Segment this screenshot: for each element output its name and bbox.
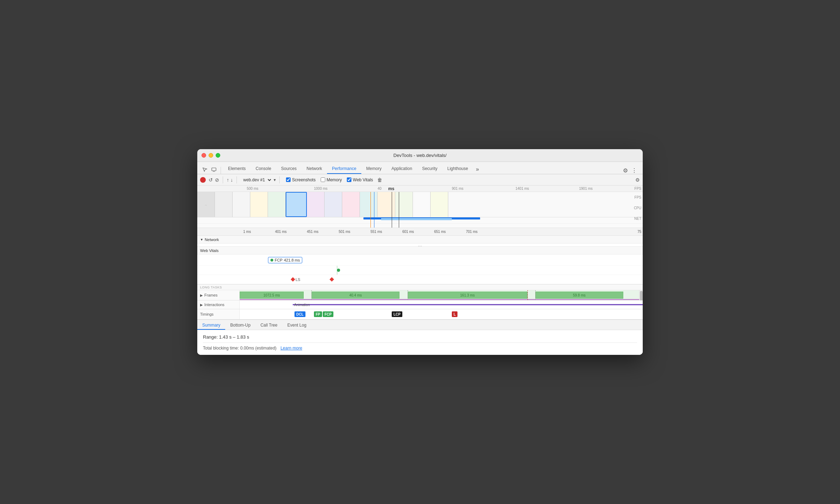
red-dashed-vline — [527, 290, 528, 300]
tab-summary[interactable]: Summary — [197, 321, 225, 330]
blocking-time-info: Total blocking time: 0.00ms (estimated) … — [203, 346, 637, 351]
more-menu-icon[interactable]: ⋮ — [631, 167, 637, 174]
capture-settings-icon[interactable]: ⚙ — [635, 177, 640, 183]
frame-bar-3[interactable]: 161.3 ms — [408, 292, 527, 299]
summary-divider — [203, 342, 637, 343]
cpu-label: CPU — [634, 206, 641, 210]
lcp-vline — [337, 266, 337, 275]
time-401ms: 401 ms — [275, 230, 287, 234]
tab-call-tree[interactable]: Call Tree — [256, 321, 282, 330]
settings-icon[interactable]: ⚙ — [623, 167, 628, 174]
web-vitals-checkbox[interactable] — [347, 177, 351, 182]
screenshots-checkbox-label[interactable]: Screenshots — [286, 177, 316, 182]
tab-memory[interactable]: Memory — [361, 164, 386, 174]
fcp-row[interactable]: FCP 421.8 ms — [197, 254, 643, 266]
dashed-vline-1 — [311, 290, 312, 300]
network-section-label: Network — [205, 238, 219, 242]
vline-orange-1 — [371, 192, 371, 228]
time-701ms: 701 ms — [466, 230, 478, 234]
ls-diamond-2 — [329, 277, 334, 282]
perf-sep-1 — [223, 176, 223, 183]
frames-row-container: ▶ Frames 1072.5 ms 40.4 ms 161.3 ms — [197, 290, 643, 300]
learn-more-link[interactable]: Learn more — [280, 346, 302, 351]
memory-checkbox-label[interactable]: Memory — [321, 177, 342, 182]
lcp-row[interactable] — [197, 266, 643, 275]
upload-icon[interactable]: ↑ — [227, 177, 229, 183]
dashed-vline-2 — [408, 290, 408, 300]
reload-record-button[interactable]: ↺ — [209, 177, 213, 183]
summary-panel: Range: 1.43 s – 1.83 s Total blocking ti… — [197, 330, 643, 355]
tab-event-log[interactable]: Event Log — [282, 321, 311, 330]
frame-bar-1[interactable]: 1072.5 ms — [240, 292, 304, 299]
ruler-1000ms: 1000 ms — [314, 187, 327, 191]
maximize-button[interactable] — [216, 153, 220, 158]
ruler-40ms: 40 — [378, 187, 381, 191]
frames-scrollbar[interactable] — [639, 290, 643, 300]
close-button[interactable] — [202, 153, 206, 158]
web-vitals-rows: FCP 421.8 ms LS — [197, 254, 643, 284]
tab-sources[interactable]: Sources — [276, 164, 302, 174]
ruler-fps: FPS — [635, 187, 641, 191]
timings-row-container: Timings DCL FP FCP LCP — [197, 309, 643, 320]
frames-section-label: Frames — [204, 293, 217, 297]
minimize-button[interactable] — [209, 153, 213, 158]
tab-lighthouse[interactable]: Lighthouse — [442, 164, 473, 174]
frames-label[interactable]: ▶ Frames — [197, 290, 240, 300]
tab-console[interactable]: Console — [251, 164, 276, 174]
inspector-icon[interactable] — [200, 165, 209, 174]
tab-performance[interactable]: Performance — [327, 164, 361, 174]
screenshots-strip: ... — [197, 192, 643, 217]
tab-elements[interactable]: Elements — [223, 164, 251, 174]
timings-section-label: Timings — [200, 312, 214, 316]
tab-application[interactable]: Application — [386, 164, 417, 174]
time-ruler: 1 ms 401 ms 451 ms 501 ms 551 ms 601 ms … — [197, 228, 643, 236]
fcp-value: 421.8 ms — [284, 258, 300, 262]
checkbox-group: Screenshots Memory Web Vitals — [286, 177, 373, 182]
frame-4-label: 59.8 ms — [573, 293, 586, 297]
fcp-dot — [270, 259, 273, 262]
ls-row[interactable]: LS — [197, 275, 643, 284]
fcp-badge[interactable]: FCP 421.8 ms — [268, 257, 302, 263]
interactions-purple-bar — [293, 304, 643, 305]
fp-badge[interactable]: FP — [314, 311, 322, 317]
titlebar: DevTools - web.dev/vitals/ — [197, 149, 643, 162]
interactions-label[interactable]: ▶ Interactions — [197, 300, 240, 309]
web-vitals-checkbox-label[interactable]: Web Vitals — [347, 177, 373, 182]
dcl-label: DCL — [296, 312, 304, 316]
record-button[interactable] — [200, 177, 206, 183]
fcp-label: FCP — [275, 258, 282, 262]
time-451ms: 451 ms — [307, 230, 319, 234]
time-551ms: 551 ms — [371, 230, 382, 234]
lcp-label: LCP — [393, 312, 401, 316]
dcl-badge[interactable]: DCL — [294, 311, 305, 317]
long-tasks-row: LONG TASKS — [197, 285, 643, 290]
network-section: ▼ Network … — [197, 236, 643, 247]
session-selector[interactable]: web.dev #1 — [240, 177, 272, 183]
ruler-901ms: 901 ms — [452, 187, 463, 191]
frame-bar-4[interactable]: 59.8 ms — [535, 292, 623, 299]
ls-label: LS — [296, 277, 300, 282]
tab-network[interactable]: Network — [302, 164, 327, 174]
web-vitals-header: Web Vitals — [197, 247, 643, 254]
memory-checkbox[interactable] — [321, 177, 325, 182]
fcp-timing-badge[interactable]: FCP — [323, 311, 333, 317]
tab-bottom-up[interactable]: Bottom-Up — [225, 321, 255, 330]
memory-label: Memory — [327, 177, 342, 182]
more-tabs-button[interactable]: » — [473, 165, 482, 174]
device-icon[interactable] — [210, 165, 218, 174]
clear-button[interactable]: ⊘ — [215, 177, 219, 183]
web-vitals-label: Web Vitals — [353, 177, 373, 182]
frame-2-label: 40.4 ms — [349, 293, 362, 297]
frames-expand-icon: ▶ — [200, 293, 203, 297]
screenshots-checkbox[interactable] — [286, 177, 291, 182]
trash-icon[interactable]: 🗑 — [377, 177, 382, 183]
frame-bar-2[interactable]: 40.4 ms — [311, 292, 399, 299]
download-icon[interactable]: ↓ — [231, 177, 233, 183]
timeline-overview[interactable]: 500 ms 1000 ms 40 ms 901 ms 1401 ms 1901… — [197, 186, 643, 228]
l-badge[interactable]: L — [452, 311, 457, 317]
tab-security[interactable]: Security — [417, 164, 442, 174]
lcp-badge[interactable]: LCP — [392, 311, 402, 317]
vline-dark-1 — [392, 192, 392, 228]
screenshots-label: Screenshots — [292, 177, 316, 182]
network-expand-arrow: ▼ — [200, 238, 203, 241]
